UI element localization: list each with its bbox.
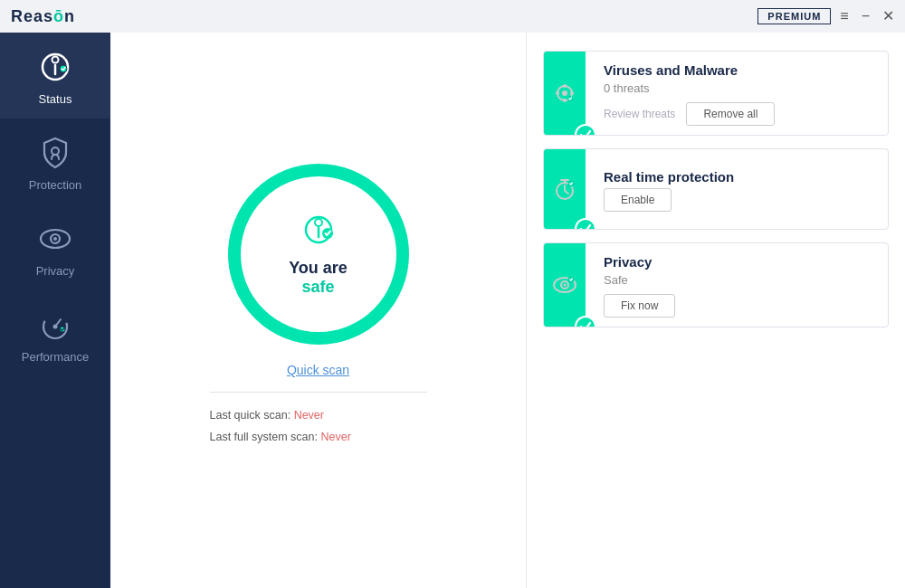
- svg-point-3: [52, 147, 59, 155]
- sidebar-item-performance[interactable]: Performance: [0, 290, 110, 376]
- status-circle: You are safe: [228, 164, 409, 345]
- sidebar: Status Protection Privacy: [0, 33, 110, 588]
- title-bar: Reasōn PREMIUM ≡ − ✕: [0, 0, 905, 33]
- minimize-icon[interactable]: −: [862, 9, 870, 24]
- viruses-subtitle: 0 threats: [604, 81, 875, 95]
- realtime-card-body: Real time protection Enable: [586, 149, 888, 229]
- scan-info: Last quick scan: Never Last full system …: [210, 405, 427, 449]
- protection-icon: [37, 135, 73, 171]
- fix-now-button[interactable]: Fix now: [604, 294, 675, 318]
- realtime-title: Real time protection: [604, 169, 734, 185]
- app-container: Status Protection Privacy: [0, 33, 905, 588]
- right-panel: Viruses and Malware 0 threats Review thr…: [527, 33, 905, 588]
- privacy-card-accent: [544, 243, 586, 327]
- last-full-scan-label: Last full system scan:: [210, 431, 319, 443]
- sidebar-privacy-label: Privacy: [36, 264, 75, 278]
- review-threats-link[interactable]: Review threats: [604, 108, 675, 120]
- premium-badge: PREMIUM: [757, 8, 831, 24]
- sidebar-item-privacy[interactable]: Privacy: [0, 204, 110, 290]
- svg-point-14: [563, 84, 567, 88]
- privacy-actions: Fix now: [604, 294, 875, 318]
- svg-point-16: [556, 91, 559, 95]
- content-area: You are safe Quick scan Last quick scan:…: [110, 33, 905, 588]
- svg-point-15: [563, 99, 567, 102]
- remove-all-button[interactable]: Remove all: [686, 102, 775, 126]
- svg-point-11: [315, 219, 322, 226]
- left-panel: You are safe Quick scan Last quick scan:…: [110, 33, 527, 588]
- close-icon[interactable]: ✕: [882, 9, 894, 24]
- realtime-card: Real time protection Enable: [543, 148, 889, 230]
- svg-point-17: [570, 91, 574, 95]
- sidebar-protection-label: Protection: [29, 178, 82, 192]
- sidebar-status-label: Status: [39, 92, 72, 106]
- viruses-actions: Review threats Remove all: [604, 102, 875, 126]
- circle-status-icon: [299, 212, 338, 251]
- status-icon: [37, 49, 73, 85]
- viruses-card-body: Viruses and Malware 0 threats Review thr…: [586, 52, 888, 135]
- divider: [210, 392, 427, 393]
- last-full-scan-value: Never: [320, 431, 350, 443]
- last-quick-scan-label: Last quick scan:: [210, 409, 291, 422]
- svg-point-8: [53, 325, 58, 329]
- quick-scan-link[interactable]: Quick scan: [287, 363, 349, 377]
- privacy-icon: [37, 221, 73, 257]
- enable-button[interactable]: Enable: [604, 188, 672, 212]
- viruses-card-header: Viruses and Malware: [604, 62, 875, 78]
- privacy-title: Privacy: [604, 254, 652, 270]
- viruses-card-accent: [544, 52, 586, 135]
- svg-point-1: [52, 57, 59, 63]
- realtime-actions: Enable: [604, 188, 875, 212]
- sidebar-item-protection[interactable]: Protection: [0, 119, 110, 204]
- svg-point-18: [562, 90, 567, 96]
- status-text: You are safe: [289, 259, 348, 297]
- sidebar-performance-label: Performance: [22, 350, 89, 364]
- circle-ring: You are safe: [228, 164, 409, 345]
- app-logo: Reasōn: [11, 7, 75, 26]
- privacy-card-header: Privacy: [604, 254, 875, 270]
- menu-icon[interactable]: ≡: [840, 9, 848, 24]
- privacy-card-body: Privacy Safe Fix now: [586, 243, 888, 327]
- viruses-card: Viruses and Malware 0 threats Review thr…: [543, 51, 889, 136]
- privacy-card: Privacy Safe Fix now: [543, 242, 889, 327]
- svg-point-6: [53, 237, 57, 241]
- sidebar-item-status[interactable]: Status: [0, 33, 110, 119]
- circle-inner: You are safe: [289, 212, 348, 297]
- performance-icon: [37, 307, 73, 343]
- viruses-title: Viruses and Malware: [604, 62, 738, 78]
- realtime-card-accent: [544, 149, 586, 229]
- window-controls: ≡ − ✕: [840, 9, 894, 24]
- svg-point-24: [564, 284, 567, 287]
- title-bar-right: PREMIUM ≡ − ✕: [757, 8, 894, 24]
- realtime-card-header: Real time protection: [604, 169, 875, 185]
- privacy-subtitle: Safe: [604, 273, 875, 287]
- last-quick-scan-value: Never: [294, 409, 324, 422]
